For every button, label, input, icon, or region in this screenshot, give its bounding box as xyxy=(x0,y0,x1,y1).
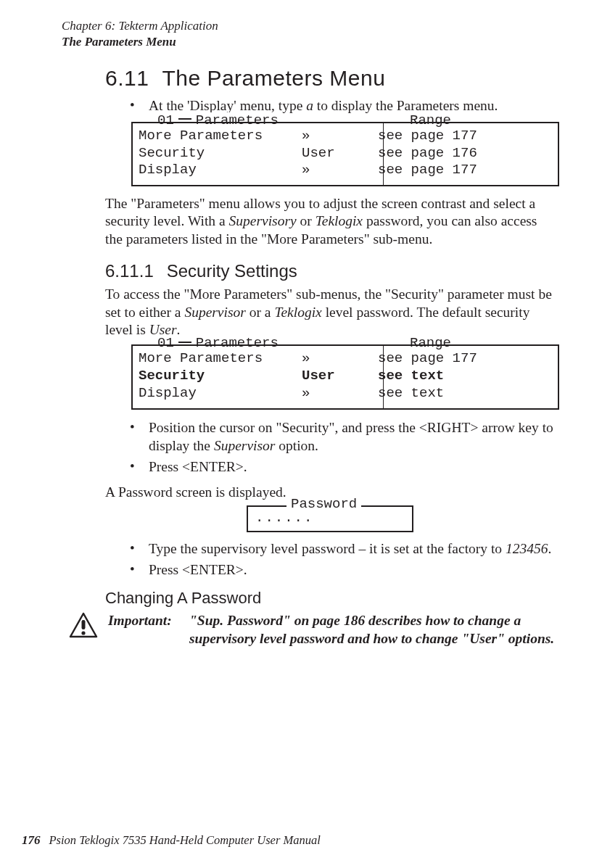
warning-icon xyxy=(69,612,98,638)
item-text-tail: to display the Parameters menu. xyxy=(313,98,498,113)
callout-text: Important: "Sup. Password" on page 186 d… xyxy=(108,612,555,648)
document-page: Chapter 6: Tekterm Application The Param… xyxy=(0,0,602,868)
password-legend: Password xyxy=(286,496,361,512)
cell-value: » xyxy=(302,128,378,145)
text-run: or xyxy=(297,213,316,228)
footer-text: Psion Teklogix 7535 Hand-Held Computer U… xyxy=(49,833,321,847)
cell-name: Display xyxy=(139,162,302,179)
item-text: Press <ENTER>. xyxy=(149,562,247,577)
cell-range: see page 176 xyxy=(378,145,537,162)
menu-inner: More Parameters » see page 177 Security … xyxy=(131,122,559,186)
menu-divider-vertical xyxy=(383,346,384,408)
section-number: 6.11 xyxy=(105,66,149,90)
subsection-number: 6.11.1 xyxy=(105,261,154,281)
password-box-wrap: Password ...... xyxy=(105,505,555,532)
parameters-menu-2: 01Parameters Range More Parameters » see… xyxy=(131,344,555,409)
cell-range: see text xyxy=(378,385,537,402)
item-text: Position the cursor on "Security", and p… xyxy=(149,420,553,453)
cell-name: Security xyxy=(139,368,302,385)
callout-label: Important: xyxy=(108,612,189,648)
cell-range: see text xyxy=(378,368,537,385)
cell-value: » xyxy=(302,385,378,402)
svg-rect-1 xyxy=(82,620,86,629)
cell-value: » xyxy=(302,350,378,368)
cell-name: Security xyxy=(139,145,302,162)
item-text-tail: . xyxy=(548,541,551,556)
main-column: 6.11The Parameters Menu At the 'Display'… xyxy=(62,66,555,648)
text-emph: Supervisor xyxy=(184,305,246,320)
menu-box: 01Parameters Range More Parameters » see… xyxy=(131,122,559,186)
text-emph: Teklogix xyxy=(316,213,363,228)
cell-value: User xyxy=(302,368,378,385)
bullet-list-3: Type the supervisory level password – it… xyxy=(105,540,555,579)
table-row: Security User see text xyxy=(139,368,552,385)
menu-inner: More Parameters » see page 177 Security … xyxy=(131,344,559,409)
subsection-heading: 6.11.1Security Settings xyxy=(105,261,555,281)
cell-value: » xyxy=(302,162,378,179)
item-text: Press <ENTER>. xyxy=(149,459,247,474)
running-header-line1: Chapter 6: Tekterm Application xyxy=(62,18,555,33)
cell-name: More Parameters xyxy=(139,350,302,368)
list-item: Press <ENTER>. xyxy=(105,561,555,579)
section-heading: 6.11The Parameters Menu xyxy=(105,66,555,91)
item-text: Type the supervisory level password – it… xyxy=(149,541,506,556)
cell-name: More Parameters xyxy=(139,128,302,145)
table-row: More Parameters » see page 177 xyxy=(139,128,552,145)
cell-range: see page 177 xyxy=(378,128,537,145)
text-run: or a xyxy=(246,305,275,320)
svg-point-2 xyxy=(81,632,85,635)
item-text-tail: option. xyxy=(275,438,318,453)
menu-box: 01Parameters Range More Parameters » see… xyxy=(131,344,559,409)
bullet-list-2: Position the cursor on "Security", and p… xyxy=(105,418,555,476)
inline-heading: Changing A Password xyxy=(105,589,555,608)
table-row: Display » see text xyxy=(139,385,552,402)
item-emph: 123456 xyxy=(506,541,548,556)
page-footer: 176Psion Teklogix 7535 Hand-Held Compute… xyxy=(22,833,321,848)
running-header: Chapter 6: Tekterm Application The Param… xyxy=(62,18,555,50)
parameters-menu-1: 01Parameters Range More Parameters » see… xyxy=(131,122,555,186)
list-item: Position the cursor on "Security", and p… xyxy=(105,418,555,455)
item-emph: Supervisor xyxy=(214,438,276,453)
callout-message: "Sup. Password" on page 186 describes ho… xyxy=(189,612,555,648)
section-title: The Parameters Menu xyxy=(162,66,385,90)
table-row: Display » see page 177 xyxy=(139,162,552,179)
item-emph: a xyxy=(306,98,313,113)
cell-range: see page 177 xyxy=(378,350,537,368)
text-emph: Supervisory xyxy=(229,213,297,228)
important-callout: Important: "Sup. Password" on page 186 d… xyxy=(69,612,555,648)
table-row: More Parameters » see page 177 xyxy=(139,350,552,368)
list-item: Type the supervisory level password – it… xyxy=(105,540,555,558)
paragraph: The "Parameters" menu allows you to adju… xyxy=(105,195,555,248)
item-text: At the 'Display' menu, type xyxy=(149,98,306,113)
list-item: Press <ENTER>. xyxy=(105,458,555,476)
password-box: Password ...... xyxy=(247,505,413,532)
cell-range: see page 177 xyxy=(378,162,537,179)
subsection-title: Security Settings xyxy=(167,261,297,281)
cell-name: Display xyxy=(139,385,302,402)
cell-value: User xyxy=(302,145,378,162)
text-emph: Teklogix xyxy=(274,305,321,320)
paragraph: To access the "More Parameters" sub-menu… xyxy=(105,286,555,339)
running-header-line2: The Parameters Menu xyxy=(62,34,555,49)
menu-divider-vertical xyxy=(383,123,384,185)
page-number: 176 xyxy=(22,833,41,847)
table-row: Security User see page 176 xyxy=(139,145,552,162)
